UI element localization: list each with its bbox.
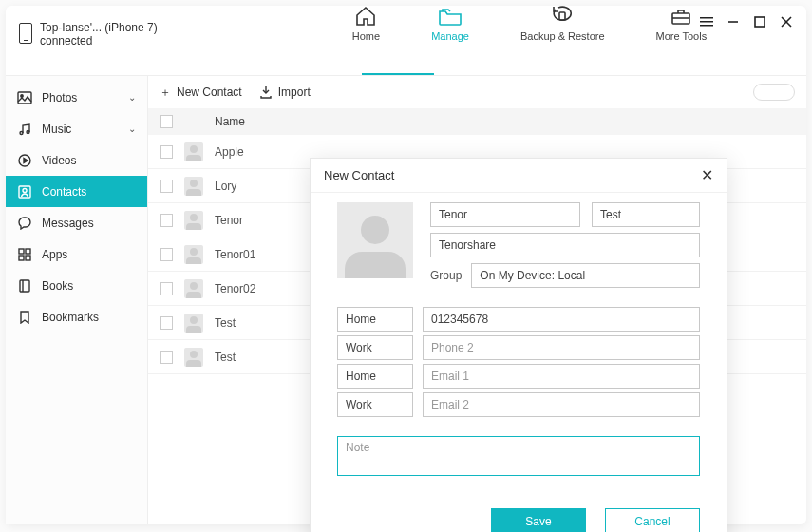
field-value-input[interactable]: Phone 2: [423, 335, 700, 360]
grid-icon: [17, 247, 32, 262]
svg-rect-0: [559, 12, 565, 20]
sidebar-item-label: Messages: [42, 217, 94, 230]
menu-icon[interactable]: [700, 15, 713, 28]
sidebar-item-apps[interactable]: Apps: [6, 238, 147, 270]
field-type-select[interactable]: Work: [337, 392, 413, 417]
bookmark-icon: [17, 310, 32, 325]
avatar-icon: [184, 279, 203, 298]
import-button[interactable]: Import: [259, 86, 311, 99]
sidebar-item-music[interactable]: Music ⌄: [6, 113, 147, 144]
last-name-input[interactable]: Test: [592, 202, 700, 227]
folder-icon: [437, 6, 463, 27]
row-checkbox[interactable]: [160, 145, 173, 159]
row-checkbox[interactable]: [160, 248, 173, 261]
toolbox-icon: [668, 6, 694, 27]
row-name: Apple: [215, 145, 244, 159]
chevron-down-icon: ⌄: [128, 92, 136, 103]
row-checkbox[interactable]: [160, 316, 173, 330]
sidebar-item-label: Videos: [42, 154, 76, 167]
field-value-input[interactable]: Email 2: [423, 392, 700, 417]
maximize-icon[interactable]: [753, 15, 766, 28]
contact-icon: [17, 184, 32, 200]
svg-point-10: [21, 94, 23, 96]
sidebar-item-contacts[interactable]: Contacts: [6, 176, 147, 207]
sidebar-item-bookmarks[interactable]: Bookmarks: [6, 301, 147, 332]
sidebar-item-videos[interactable]: Videos: [6, 144, 147, 176]
nav-home[interactable]: Home: [352, 6, 380, 42]
group-label: Group: [430, 269, 462, 282]
group-select[interactable]: On My Device: Local: [471, 263, 700, 288]
field-type-select[interactable]: Home: [337, 307, 413, 332]
sidebar-item-label: Contacts: [42, 185, 86, 199]
column-name: Name: [215, 115, 245, 128]
field-value-input[interactable]: 012345678: [423, 307, 700, 332]
save-button[interactable]: Save: [491, 508, 586, 532]
device-info: Top-Ianse'... (iPhone 7) connected: [6, 6, 253, 48]
svg-rect-20: [20, 280, 29, 292]
sidebar-item-label: Bookmarks: [42, 311, 99, 324]
row-name: Tenor02: [215, 282, 255, 295]
close-icon[interactable]: [780, 15, 793, 28]
sidebar-item-books[interactable]: Books: [6, 270, 147, 301]
row-name: Lory: [215, 180, 236, 193]
first-name-input[interactable]: Tenor: [430, 202, 580, 227]
search-field[interactable]: [753, 84, 795, 101]
minimize-icon[interactable]: [727, 15, 740, 28]
sidebar-item-messages[interactable]: Messages: [6, 207, 147, 238]
company-input[interactable]: Tenorshare: [430, 233, 700, 257]
nav-active-indicator: [362, 73, 434, 75]
import-label: Import: [278, 86, 311, 99]
chat-icon: [17, 216, 32, 231]
modal-title: New Contact: [324, 168, 394, 182]
svg-point-12: [27, 130, 29, 133]
row-checkbox[interactable]: [160, 180, 173, 193]
field-type-select[interactable]: Home: [337, 364, 413, 389]
device-name: Top-Ianse'... (iPhone 7): [40, 21, 158, 34]
select-all-checkbox[interactable]: [160, 115, 173, 128]
avatar-placeholder[interactable]: [337, 202, 413, 278]
new-contact-label: New Contact: [177, 86, 242, 99]
nav-home-label: Home: [352, 30, 380, 42]
avatar-icon: [184, 211, 203, 230]
music-icon: [17, 122, 32, 137]
sidebar-item-label: Books: [42, 279, 73, 293]
row-checkbox[interactable]: [160, 351, 173, 364]
row-checkbox[interactable]: [160, 282, 173, 295]
sidebar-item-photos[interactable]: Photos ⌄: [6, 82, 147, 113]
note-input[interactable]: Note: [337, 436, 700, 476]
download-icon: [259, 86, 273, 99]
avatar-icon: [184, 142, 203, 162]
sidebar-item-label: Music: [42, 123, 71, 136]
chevron-down-icon: ⌄: [128, 124, 136, 134]
svg-rect-2: [700, 17, 713, 19]
avatar-icon: [184, 177, 203, 196]
phone-icon: [19, 23, 32, 44]
field-type-select[interactable]: Work: [337, 335, 413, 360]
row-name: Tenor01: [215, 248, 255, 261]
nav-manage-label: Manage: [431, 30, 469, 42]
book-icon: [17, 278, 32, 294]
nav-manage[interactable]: Manage: [431, 6, 469, 42]
sidebar-item-label: Photos: [42, 91, 77, 104]
toolbar: ＋ New Contact Import: [148, 76, 806, 108]
avatar-icon: [184, 348, 203, 367]
svg-point-15: [23, 188, 27, 192]
backup-restore-icon: [549, 6, 576, 27]
row-checkbox[interactable]: [160, 214, 173, 227]
svg-rect-6: [755, 17, 765, 27]
svg-rect-4: [700, 25, 713, 27]
header: Top-Ianse'... (iPhone 7) connected Home …: [6, 6, 806, 76]
field-value-input[interactable]: Email 1: [423, 364, 700, 389]
svg-rect-18: [19, 256, 24, 260]
avatar-icon: [184, 245, 203, 264]
modal-close-icon[interactable]: ✕: [701, 166, 713, 184]
row-name: Test: [215, 316, 236, 330]
nav-backup[interactable]: Backup & Restore: [520, 6, 605, 42]
table-header: Name: [148, 108, 806, 135]
home-icon: [352, 6, 379, 27]
cancel-button[interactable]: Cancel: [605, 508, 700, 532]
new-contact-modal: New Contact ✕ Tenor Test Tenorshare Grou…: [310, 158, 727, 532]
avatar-icon: [184, 314, 203, 332]
svg-point-11: [20, 131, 23, 134]
new-contact-button[interactable]: ＋ New Contact: [160, 85, 242, 101]
